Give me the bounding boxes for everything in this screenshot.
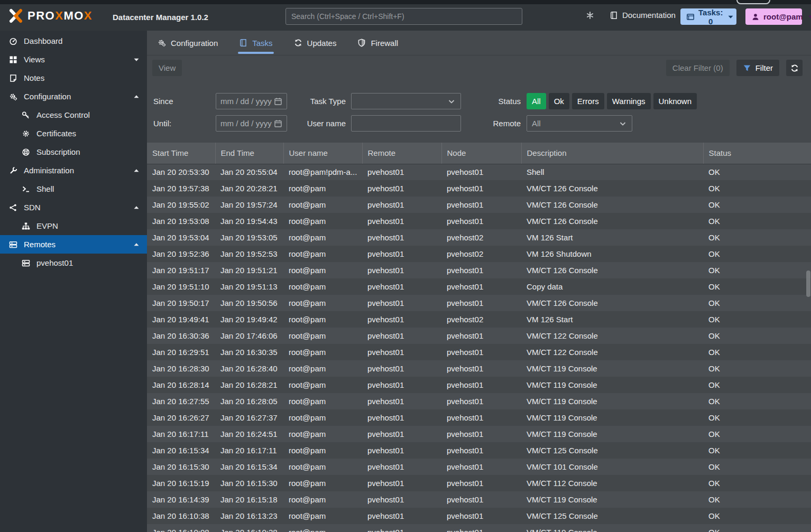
view-button[interactable]: View [152,60,182,76]
table-cell: VM 126 Start [521,311,703,328]
table-cell: root@pam [283,491,362,508]
sidebar-item-certificates[interactable]: Certificates [0,124,147,143]
user-name-input[interactable] [351,115,461,132]
sidebar-item-access-control[interactable]: Access Control [0,106,147,124]
chevron-down-icon [447,97,456,106]
table-row[interactable]: Jan 20 19:52:36Jan 20 19:52:53root@pampv… [147,246,811,262]
sidebar-item-remotes[interactable]: Remotes [0,235,147,254]
sidebar-item-sdn[interactable]: SDN [0,198,147,217]
table-row[interactable]: Jan 20 16:28:30Jan 20 16:28:40root@pampv… [147,360,811,377]
sidebar-item-evpn[interactable]: EVPN [0,217,147,235]
tab-firewall[interactable]: Firewall [357,31,398,55]
table-cell: Jan 20 19:50:17 [147,295,215,311]
sidebar-nav: DashboardViewsNotesConfigurationAccess C… [0,31,147,532]
sidebar-item-dashboard[interactable]: Dashboard [0,32,147,50]
table-cell: pvehost01 [362,311,441,328]
table-row[interactable]: Jan 20 16:14:39Jan 20 16:15:18root@pampv… [147,491,811,508]
status-option-errors[interactable]: Errors [572,93,604,109]
table-row[interactable]: Jan 20 16:10:08Jan 20 16:10:28root@pampv… [147,524,811,532]
table-cell: VM/CT 122 Console [521,344,703,360]
sidebar-item-views[interactable]: Views [0,50,147,69]
table-row[interactable]: Jan 20 16:15:30Jan 20 16:15:34root@pampv… [147,459,811,475]
until-date-input[interactable]: mm / dd / yyyy [216,115,287,132]
tasks-button[interactable]: Tasks: 0 [680,8,736,25]
table-row[interactable]: Jan 20 19:51:17Jan 20 19:51:21root@pampv… [147,262,811,278]
column-header-remote[interactable]: Remote [362,143,441,164]
table-row[interactable]: Jan 20 19:55:02Jan 20 19:57:24root@pampv… [147,197,811,213]
sidebar-item-label: Certificates [36,129,76,138]
column-header-end-time[interactable]: End Time [215,143,283,164]
table-cell: root@pam [283,311,362,328]
column-header-start-time[interactable]: Start Time [147,143,215,164]
table-row[interactable]: Jan 20 19:50:17Jan 20 19:50:56root@pampv… [147,295,811,311]
table-row[interactable]: Jan 20 16:29:51Jan 20 16:30:35root@pampv… [147,344,811,360]
table-row[interactable]: Jan 20 19:53:04Jan 20 19:53:05root@pampv… [147,229,811,246]
tab-configuration[interactable]: Configuration [158,31,218,55]
sidebar-item-subscription[interactable]: Subscription [0,143,147,161]
table-row[interactable]: Jan 20 16:26:27Jan 20 16:27:37root@pampv… [147,409,811,426]
table-row[interactable]: Jan 20 19:53:08Jan 20 19:54:43root@pampv… [147,213,811,229]
sidebar-item-pvehost01[interactable]: pvehost01 [0,254,147,272]
table-cell: root@pam [283,524,362,532]
table-row[interactable]: Jan 20 16:17:11Jan 20 16:24:51root@pampv… [147,426,811,442]
status-option-ok[interactable]: Ok [549,93,569,109]
sidebar-item-shell[interactable]: Shell [0,180,147,198]
since-date-input[interactable]: mm / dd / yyyy [216,93,287,109]
caret-down-icon [726,13,735,21]
column-header-node[interactable]: Node [441,143,521,164]
table-row[interactable]: Jan 20 19:51:10Jan 20 19:51:13root@pampv… [147,278,811,295]
terminal-icon [21,185,31,193]
column-header-status[interactable]: Status [703,143,811,164]
documentation-link[interactable]: Documentation [610,11,676,20]
vertical-scrollbar-thumb[interactable] [806,270,810,297]
calendar-icon [274,97,282,106]
table-row[interactable]: Jan 20 20:53:30Jan 20 20:55:04root@pam!p… [147,164,811,180]
user-menu-button[interactable]: root@pam [745,8,802,25]
table-cell: pvehost01 [362,278,441,295]
search-input[interactable] [285,8,522,25]
status-option-all[interactable]: All [527,93,546,109]
table-cell: root@pam [283,197,362,213]
column-header-user-name[interactable]: User name [283,143,362,164]
table-cell: pvehost01 [362,393,441,409]
clear-filter-button[interactable]: Clear Filter (0) [666,60,730,76]
sidebar-item-notes[interactable]: Notes [0,69,147,87]
chevron-down-icon [619,119,627,128]
table-cell: VM/CT 125 Console [521,508,703,524]
views-icon [8,55,18,64]
remote-select[interactable]: All [527,115,632,132]
task-filter-panel: Since mm / dd / yyyy Until: mm / dd / yy… [147,80,811,143]
table-cell: root@pam [283,508,362,524]
table-cell: VM/CT 119 Console [521,426,703,442]
table-row[interactable]: Jan 20 16:28:14Jan 20 16:28:21root@pampv… [147,377,811,393]
tab-updates[interactable]: Updates [294,31,337,55]
table-row[interactable]: Jan 20 16:10:38Jan 20 16:13:23root@pampv… [147,508,811,524]
table-cell: pvehost01 [362,262,441,278]
sidebar-item-configuration[interactable]: Configuration [0,87,147,106]
window-top-strip [0,0,811,4]
table-row[interactable]: Jan 20 19:49:41Jan 20 19:49:42root@pampv… [147,311,811,328]
status-option-warnings[interactable]: Warnings [607,93,651,109]
table-cell: root@pam [283,278,362,295]
column-header-description[interactable]: Description [521,143,703,164]
refresh-button[interactable] [786,60,803,76]
remote-value: All [532,119,541,128]
table-row[interactable]: Jan 20 16:27:55Jan 20 16:28:05root@pampv… [147,393,811,409]
filter-button-label: Filter [755,63,773,72]
table-row[interactable]: Jan 20 16:30:36Jan 20 17:46:06root@pampv… [147,328,811,344]
table-cell: root@pam [283,393,362,409]
table-row[interactable]: Jan 20 16:15:34Jan 20 16:17:11root@pampv… [147,442,811,459]
table-row[interactable]: Jan 20 16:15:19Jan 20 16:15:30root@pampv… [147,475,811,491]
table-cell: root@pam [283,475,362,491]
asterisk-icon[interactable] [586,11,594,22]
date-placeholder: mm / dd / yyyy [220,119,272,128]
filter-button[interactable]: Filter [736,60,779,76]
task-type-select[interactable] [351,93,461,109]
sidebar-item-administration[interactable]: Administration [0,161,147,180]
table-cell: Jan 20 16:28:14 [147,377,215,393]
table-row[interactable]: Jan 20 19:57:38Jan 20 20:28:21root@pampv… [147,180,811,197]
table-cell: OK [703,459,811,475]
tab-tasks[interactable]: Tasks [239,31,272,55]
status-option-unknown[interactable]: Unknown [653,93,697,109]
table-cell: VM/CT 126 Console [521,197,703,213]
